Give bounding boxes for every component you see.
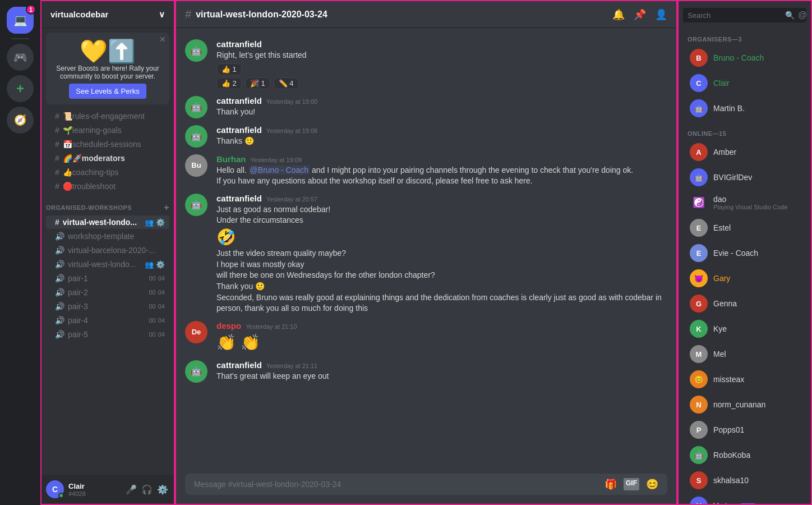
settings-icon[interactable]: ⚙️ xyxy=(156,218,165,227)
msg-author: cattranfield xyxy=(216,194,262,203)
channel-item-scheduled[interactable]: # 📅scheduled-sessions xyxy=(46,137,169,151)
user-avatar-letter: C xyxy=(52,485,58,494)
members-icon[interactable]: 👥 xyxy=(145,260,154,269)
server-header[interactable]: virtualcodebar ∨ xyxy=(41,1,174,28)
member-item-martin[interactable]: 🤖 Martin B. xyxy=(681,96,809,121)
channel-item-pair-3[interactable]: 🔊 pair-3 0004 xyxy=(46,300,169,313)
msg-timestamp: Yesterday at 20:57 xyxy=(266,196,317,203)
user-discriminator: #4028 xyxy=(68,490,120,497)
reaction-thumbsup[interactable]: 👍 2 xyxy=(216,77,242,89)
voice-icon: 🔊 xyxy=(55,288,64,297)
emoji-icon[interactable]: 😊 xyxy=(646,478,658,490)
msg-timestamp: Yesterday at 21:10 xyxy=(246,323,297,330)
channel-item-troubleshoot[interactable]: # 🛑troubleshoot xyxy=(46,180,169,193)
reaction-party[interactable]: 🎉 1 xyxy=(245,77,270,89)
channel-item-pair-1[interactable]: 🔊 pair-1 00 04 xyxy=(46,272,169,285)
channel-name: 🌈🚀moderators xyxy=(63,154,125,163)
channel-item-virtual-barcelona[interactable]: 🔊 virtual-barcelona-2020-... xyxy=(46,244,169,257)
msg-author: cattranfield xyxy=(216,39,262,49)
user-info: Clair #4028 xyxy=(68,482,120,497)
member-item-robokoba[interactable]: 🤖 RoboKoba xyxy=(681,443,809,467)
member-item-bvigirldev[interactable]: 🤖 BVIGirlDev xyxy=(681,165,809,190)
search-input[interactable] xyxy=(688,11,782,20)
voice-count: 0004 xyxy=(149,289,165,296)
section-label: ORGANISED-WORKSHOPS xyxy=(46,204,132,211)
channel-item-pair-2[interactable]: 🔊 pair-2 0004 xyxy=(46,286,169,299)
see-levels-button[interactable]: See Levels & Perks xyxy=(69,84,146,99)
member-item-amber[interactable]: A Amber xyxy=(681,140,809,164)
settings-icon[interactable]: ⚙️ xyxy=(156,483,169,496)
member-info: Estel xyxy=(713,223,804,232)
message-group: 🤖 cattranfield Yesterday at 20:57 Just a… xyxy=(176,191,676,316)
channel-item-pair-4[interactable]: 🔊 pair-4 0004 xyxy=(46,314,169,327)
codebar-server-icon[interactable]: 💻 1 xyxy=(7,7,34,34)
msg-avatar: 🤖 xyxy=(185,194,207,216)
hash-icon: # xyxy=(55,112,59,121)
channel-item-moderators[interactable]: # 🌈🚀moderators xyxy=(46,152,169,165)
member-item-genna[interactable]: G Genna xyxy=(681,291,809,316)
member-item-dao[interactable]: ☯️ dao Playing Visual Studio Code xyxy=(681,190,809,215)
member-item-missteax[interactable]: 😊 missteax xyxy=(681,367,809,392)
headphones-icon[interactable]: 🎧 xyxy=(140,483,154,496)
message-input[interactable] xyxy=(194,474,600,495)
at-icon[interactable]: @ xyxy=(798,10,807,20)
gift-icon[interactable]: 🎁 xyxy=(605,478,617,490)
pin-icon[interactable]: 📌 xyxy=(634,8,646,21)
reaction-thumbsup-top[interactable]: 👍 1 xyxy=(216,63,242,75)
chat-channel-name: # virtual-west-london-2020-03-24 xyxy=(185,8,327,21)
member-item-kye[interactable]: K Kye xyxy=(681,316,809,341)
channel-item-rules[interactable]: # 📜rules-of-engagement xyxy=(46,109,169,123)
microphone-icon[interactable]: 🎤 xyxy=(124,483,138,496)
member-item-popps[interactable]: P Popps01 xyxy=(681,417,809,442)
msg-content: cattranfield Yesterday at 19:08 Thanks 🙂 xyxy=(216,125,667,148)
add-channel-button[interactable]: + xyxy=(164,203,169,213)
explore-servers-button[interactable]: 🧭 xyxy=(7,107,34,134)
section-organised-workshops[interactable]: ORGANISED-WORKSHOPS + xyxy=(41,194,174,215)
notification-bell-icon[interactable]: 🔔 xyxy=(612,8,625,21)
member-name: norm_cunanan xyxy=(713,400,765,409)
members-icon[interactable]: 👤 xyxy=(655,8,667,21)
channel-name: pair-3 xyxy=(68,302,88,311)
add-server-button[interactable]: + xyxy=(7,75,34,102)
msg-text: Right, let's get this started xyxy=(216,50,667,61)
members-icon[interactable]: 👥 xyxy=(145,218,154,227)
member-avatar: N xyxy=(690,396,708,414)
channel-item-learning[interactable]: # 🌱learning-goals xyxy=(46,123,169,137)
member-avatar: V xyxy=(690,497,708,505)
member-item-skhalsa[interactable]: S skhalsa10 xyxy=(681,468,809,493)
member-name: Amber xyxy=(713,148,736,157)
member-item-vortex[interactable]: V Vortex BOT xyxy=(681,493,809,505)
member-info: BVIGirlDev xyxy=(713,173,804,182)
voice-count-right: 04 xyxy=(158,275,165,282)
channel-name: pair-2 xyxy=(68,288,88,297)
chat-main: # virtual-west-london-2020-03-24 🔔 📌 👤 🤖… xyxy=(175,0,677,505)
member-info: Amber xyxy=(713,148,804,157)
close-banner-button[interactable]: ✕ xyxy=(159,35,166,44)
settings-icon[interactable]: ⚙️ xyxy=(156,260,165,269)
member-name: missteax xyxy=(713,375,744,384)
member-item-evie[interactable]: E Evie - Coach xyxy=(681,241,809,265)
member-info: Evie - Coach xyxy=(713,249,804,258)
member-item-mel[interactable]: M Mel xyxy=(681,342,809,366)
member-info: missteax xyxy=(713,375,804,384)
user-name: Clair xyxy=(68,482,120,490)
reaction-pencil[interactable]: ✏️ 4 xyxy=(274,77,299,89)
msg-header: cattranfield xyxy=(216,39,667,49)
member-item-norm[interactable]: N norm_cunanan xyxy=(681,392,809,417)
member-item-bruno[interactable]: B Bruno - Coach xyxy=(681,45,809,70)
member-item-clair[interactable]: C Clair xyxy=(681,71,809,95)
channel-item-coaching[interactable]: # 👍coaching-tips xyxy=(46,166,169,179)
channel-item-pair-5[interactable]: 🔊 pair-5 0004 xyxy=(46,328,169,341)
msg-timestamp: Yesterday at 19:08 xyxy=(266,127,317,134)
member-item-gary[interactable]: 😈 Gary xyxy=(681,266,809,291)
gif-icon[interactable]: GIF xyxy=(624,478,639,490)
voice-count-left: 00 xyxy=(149,275,156,282)
channel-item-virtual-west-voice[interactable]: 🔊 virtual-west-londo... 👥 ⚙️ xyxy=(46,258,169,271)
msg-text: Hello all. @Bruno - Coach and I might po… xyxy=(216,165,667,176)
channel-item-workshop-template[interactable]: 🔊 workshop-template xyxy=(46,229,169,243)
boost-banner: ✕ 💛⬆️ Server Boosts are here! Rally your… xyxy=(46,33,169,104)
discord-server-icon[interactable]: 🎮 xyxy=(7,44,34,71)
message-group: 🤖 cattranfield Yesterday at 19:08 Thanks… xyxy=(176,123,676,150)
member-item-estel[interactable]: E Estel xyxy=(681,215,809,240)
channel-item-virtual-west-active[interactable]: # virtual-west-londo... 👥 ⚙️ xyxy=(46,215,169,229)
